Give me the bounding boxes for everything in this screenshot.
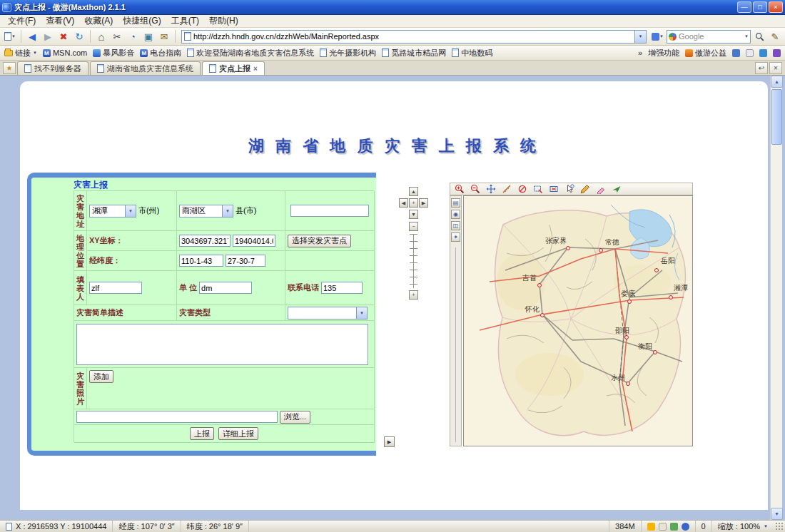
boost-icon[interactable] (647, 523, 655, 531)
link-photo[interactable]: 光年摄影机构 (320, 48, 376, 58)
zoom-out-button[interactable] (467, 184, 482, 195)
clear-selection-button[interactable] (515, 184, 530, 195)
panel-collapse-button[interactable]: ▶ (384, 436, 395, 447)
select-rectangle-button[interactable] (546, 184, 561, 195)
enhance-features-button[interactable]: 增强功能 (648, 48, 679, 58)
scrollbar-thumb[interactable] (771, 89, 782, 145)
layers-button[interactable]: ▤ (451, 198, 460, 208)
identify-button[interactable] (562, 184, 577, 195)
overview-button[interactable]: ◉ (451, 210, 460, 219)
map-canvas[interactable]: 张家界 常德 岳阳 吉首 娄底 湘潭 怀化 邵阳 衡阳 永州 (463, 195, 693, 446)
pan-up-button[interactable]: ▲ (409, 187, 418, 196)
search-input[interactable]: Google (679, 32, 742, 41)
zoom-slider[interactable] (410, 234, 417, 288)
unit-input[interactable] (199, 282, 252, 294)
zoom-rectangle-button[interactable] (530, 184, 545, 195)
link-hunan-geo[interactable]: 欢迎登陆湖南省地质灾害信息系统 (187, 48, 314, 58)
pick-disaster-point-button[interactable]: 选择突发灾害点 (288, 235, 351, 247)
phone-input[interactable] (321, 282, 363, 294)
back-button[interactable]: ◀ (25, 29, 39, 44)
pan-left-button[interactable]: ◀ (399, 198, 408, 208)
address-dropdown-button[interactable]: ▼ (634, 31, 646, 43)
link-baofeng[interactable]: 暴风影音 (93, 48, 134, 58)
pan-down-button[interactable]: ▼ (409, 210, 418, 219)
home-button[interactable]: ⌂ (94, 29, 108, 44)
legend-button[interactable]: ◫ (451, 221, 460, 230)
close-button[interactable]: × (769, 1, 783, 13)
measure-distance-button[interactable] (499, 184, 514, 195)
engine-select-button[interactable]: ▼ (650, 29, 665, 44)
longitude-input[interactable] (179, 255, 223, 267)
x-coordinate-input[interactable] (179, 235, 231, 247)
latitude-input[interactable] (226, 255, 265, 267)
plugin-icon[interactable] (773, 49, 781, 57)
city-select[interactable]: 湘潭 ▼ (89, 205, 136, 218)
maxthon-charity-button[interactable]: 傲游公益 (685, 48, 726, 58)
address-detail-input[interactable] (290, 205, 369, 217)
zoom-in-button[interactable] (452, 184, 467, 195)
browse-button[interactable]: 浏览... (280, 411, 310, 424)
county-select[interactable]: 雨湖区 ▼ (179, 205, 233, 218)
disaster-type-select[interactable]: ▼ (288, 307, 368, 319)
tab-hunan-geo-system[interactable]: 湖南省地质灾害信息系统 (90, 61, 201, 75)
zoom-control[interactable]: 缩放 : 100% ▼ (711, 521, 774, 532)
sidebar-toggle-icon[interactable] (732, 49, 740, 57)
zoom-out-step-button[interactable]: − (409, 222, 418, 231)
links-folder-item[interactable]: 链接 ▼ (4, 48, 37, 58)
history-clock-button[interactable]: ◔ (126, 29, 140, 44)
tab-server-not-found[interactable]: 找不到服务器 (17, 61, 88, 75)
fly-to-button[interactable] (609, 184, 624, 195)
highlight-pen-button[interactable]: ✎ (768, 29, 782, 44)
folder-icon[interactable] (659, 523, 667, 531)
screenshot-button[interactable]: ▣ (141, 29, 156, 44)
pan-button[interactable] (483, 184, 498, 195)
address-input[interactable] (191, 31, 634, 42)
tab-close-icon[interactable]: × (253, 65, 258, 73)
resize-grip[interactable] (775, 522, 784, 531)
scroll-down-button[interactable]: ▼ (771, 508, 783, 520)
mail-button[interactable]: ✉ (157, 29, 171, 44)
search-box[interactable]: Google ▼ (667, 30, 751, 44)
pan-center-button[interactable]: + (409, 198, 418, 208)
zoom-in-step-button[interactable]: + (409, 290, 418, 300)
menu-file[interactable]: 文件(F) (3, 14, 41, 28)
stop-button[interactable]: ✖ (56, 29, 71, 44)
submit-button[interactable]: 上报 (190, 427, 214, 440)
link-msn[interactable]: M MSN.com (43, 48, 87, 57)
vertical-scrollbar[interactable]: ▲ ▼ (770, 76, 782, 520)
add-photo-button[interactable]: 添加 (89, 370, 113, 383)
links-overflow-button[interactable]: » (638, 48, 642, 57)
menu-favorites[interactable]: 收藏(A) (79, 14, 118, 28)
menu-view[interactable]: 查看(V) (41, 14, 79, 28)
filler-name-input[interactable] (89, 282, 142, 294)
detail-submit-button[interactable]: 详细上报 (218, 427, 258, 440)
file-path-input[interactable] (76, 411, 278, 423)
menu-groups[interactable]: 快捷组(G) (118, 14, 166, 28)
refresh-button[interactable]: ↻ (72, 29, 86, 44)
draw-point-button[interactable] (577, 184, 592, 195)
panel-icon[interactable] (746, 49, 754, 57)
link-zhongdi[interactable]: 中地数码 (452, 48, 492, 58)
close-tab-button[interactable]: × (769, 62, 782, 74)
menu-tools[interactable]: 工具(T) (166, 14, 204, 28)
scroll-up-button[interactable]: ▲ (771, 76, 783, 88)
tab-disaster-report[interactable]: 灾点上报 × (202, 61, 265, 75)
link-city[interactable]: 觅路城市精品网 (382, 48, 446, 58)
reopen-closed-tab-button[interactable]: ↩ (755, 62, 768, 74)
new-tab-button[interactable]: ▼ (3, 29, 17, 44)
link-radio[interactable]: M 电台指南 (140, 48, 181, 58)
minimize-button[interactable]: — (737, 1, 751, 13)
description-textarea[interactable] (76, 324, 368, 365)
eraser-button[interactable] (593, 184, 608, 195)
y-coordinate-input[interactable] (233, 235, 275, 247)
globe-icon[interactable] (682, 523, 689, 531)
search-go-button[interactable] (752, 29, 766, 44)
menu-help[interactable]: 帮助(H) (204, 14, 243, 28)
download-icon[interactable] (759, 49, 767, 57)
snap-tool-button[interactable]: ✂ (110, 29, 124, 44)
shield-icon[interactable] (670, 523, 678, 531)
maximize-button[interactable]: □ (753, 1, 767, 13)
favorites-panel-button[interactable]: ★ (3, 62, 16, 74)
highlight-button[interactable]: ✦ (451, 232, 460, 242)
pan-right-button[interactable]: ▶ (419, 198, 428, 208)
